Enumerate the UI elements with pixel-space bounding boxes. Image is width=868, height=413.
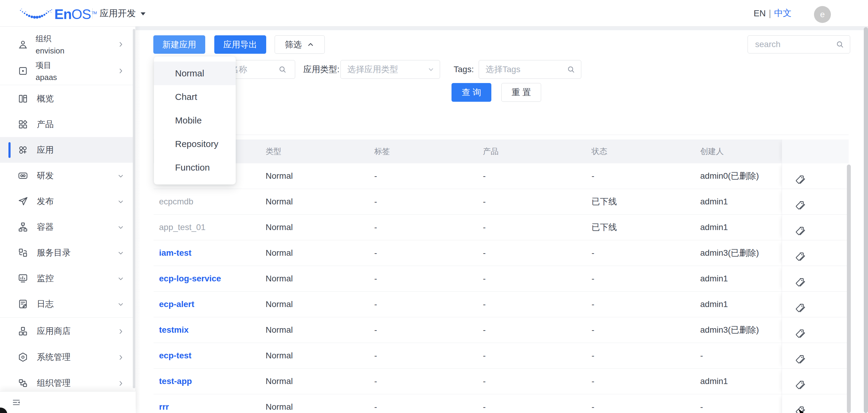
app-type-placeholder: 选择应用类型: [347, 64, 398, 75]
monitor-icon: [18, 273, 28, 284]
app-name-link[interactable]: rrr: [159, 402, 169, 412]
tags-icon[interactable]: [794, 273, 806, 285]
tags-icon[interactable]: [794, 170, 806, 182]
org-icon: [18, 39, 28, 50]
table-row: rrrNormal----: [154, 394, 849, 413]
app-name-cell: test-app: [154, 368, 266, 394]
app-name-link[interactable]: testmix: [159, 325, 189, 334]
tags-icon[interactable]: [794, 350, 806, 361]
sidebar-item-label: 研发: [37, 170, 54, 181]
actions-cell: [782, 368, 849, 394]
app-name-link[interactable]: ecp-alert: [159, 299, 194, 309]
creator-cell: admin0(已删除): [700, 163, 782, 189]
sidebar-item-overview[interactable]: 概览: [0, 86, 135, 111]
creator-cell: -: [700, 343, 782, 368]
sidebar-item-publish[interactable]: 发布: [0, 188, 135, 214]
overview-icon: [18, 93, 28, 104]
table-row: test-appNormal---admin1: [154, 368, 849, 394]
creator-cell: admin1: [700, 215, 782, 240]
sidebar-divider: [0, 85, 135, 85]
sidebar-item-product[interactable]: 产品: [0, 111, 135, 137]
type-cell: Normal: [266, 266, 374, 291]
type-menu-item-function[interactable]: Function: [154, 156, 236, 179]
app-name-cell: ecp-test: [154, 343, 266, 368]
product-cell: -: [483, 394, 592, 413]
sidebar-edge-shadow: [136, 27, 141, 413]
sidebar-item-app[interactable]: 应用: [0, 137, 135, 163]
actions-cell: [782, 292, 849, 317]
sidebar-nav: 组织envision项目apaas概览产品应用研发发布容器服务目录监控日志应用商…: [0, 31, 135, 396]
publish-icon: [18, 196, 28, 207]
table-row: app_test_01Normal--已下线admin1: [154, 215, 849, 240]
type-cell: Normal: [266, 343, 374, 368]
chevron-up-icon: [307, 41, 314, 49]
query-button[interactable]: 查 询: [452, 83, 491, 102]
tags-field: [479, 60, 581, 79]
type-menu-item-chart[interactable]: Chart: [154, 85, 236, 109]
status-cell: -: [592, 368, 700, 394]
sidebar-item-container[interactable]: 容器: [0, 214, 135, 240]
status-cell: -: [592, 240, 700, 266]
tags-icon[interactable]: [794, 324, 806, 336]
app-name-link[interactable]: iam-test: [159, 248, 191, 258]
app-type-select[interactable]: 选择应用类型: [340, 60, 440, 79]
sidebar-item-app-store[interactable]: 应用商店: [0, 318, 135, 344]
app-name-link[interactable]: test-app: [159, 377, 192, 386]
tags-icon[interactable]: [794, 299, 806, 310]
tags-icon[interactable]: [794, 222, 806, 233]
lang-zh[interactable]: 中文: [774, 7, 792, 19]
tags-icon[interactable]: [794, 247, 806, 259]
sidebar-item-service-catalog[interactable]: 服务目录: [0, 240, 135, 265]
sidebar-footer: [0, 391, 135, 413]
table-header-cell-actions: [782, 140, 849, 163]
type-menu-item-normal[interactable]: Normal: [154, 62, 236, 85]
app-name-link[interactable]: ecp-log-service: [159, 274, 221, 283]
table-scrollbar[interactable]: [847, 165, 851, 413]
sidebar-context-project-text: 项目apaas: [36, 60, 57, 82]
sidebar-item-log[interactable]: 日志: [0, 291, 135, 317]
tags-icon[interactable]: [794, 196, 806, 207]
sidebar-item-dev[interactable]: 研发: [0, 163, 135, 188]
table-row: Normal---admin0(已删除): [154, 163, 849, 189]
brand-wordmark: EnOSTM: [54, 6, 97, 22]
table-header-row: 类型标签产品状态创建人: [154, 140, 849, 163]
actions-cell: [782, 266, 849, 291]
sidebar-collapse-icon[interactable]: [11, 397, 21, 407]
product-cell: -: [483, 163, 592, 189]
avatar[interactable]: e: [814, 6, 831, 23]
tag-cell: -: [374, 215, 483, 240]
window-scrollbar[interactable]: [864, 27, 868, 413]
app-dev-menu[interactable]: 应用开发: [100, 0, 146, 27]
new-app-button[interactable]: 新建应用: [153, 35, 205, 54]
sidebar-context-org[interactable]: 组织envision: [0, 31, 135, 58]
export-app-button[interactable]: 应用导出: [214, 35, 266, 54]
search-icon: [278, 65, 287, 74]
lang-en[interactable]: EN: [754, 8, 766, 19]
filter-toggle-button[interactable]: 筛选: [275, 35, 325, 54]
app-name-text: ecpcmdb: [159, 197, 193, 206]
search-icon: [835, 40, 844, 49]
global-search-input[interactable]: [748, 36, 850, 53]
type-cell: Normal: [266, 240, 374, 266]
chevron-down-icon: [117, 224, 124, 231]
app-name-link[interactable]: ecp-test: [159, 351, 191, 360]
tags-input[interactable]: [479, 60, 581, 79]
sidebar-item-label: 日志: [37, 298, 54, 310]
type-menu-item-repository[interactable]: Repository: [154, 132, 236, 156]
sidebar-scrollbar[interactable]: [133, 29, 135, 388]
table-row: testmixNormal---admin3(已删除): [154, 317, 849, 343]
sidebar-item-system-mgmt[interactable]: 系统管理: [0, 344, 135, 370]
reset-button[interactable]: 重 置: [501, 83, 541, 102]
sidebar-item-monitor[interactable]: 监控: [0, 265, 135, 291]
type-cell: Normal: [266, 189, 374, 214]
actions-cell: [782, 240, 849, 266]
sidebar-context-project[interactable]: 项目apaas: [0, 58, 135, 84]
app-name-cell: ecpcmdb: [154, 189, 266, 214]
section-divider: [154, 135, 849, 135]
filter-toggle-label: 筛选: [285, 39, 302, 51]
creator-cell: admin1: [700, 266, 782, 291]
actions-cell: [782, 189, 849, 214]
table-row: ecpcmdbNormal--已下线admin1: [154, 189, 849, 215]
tags-icon[interactable]: [794, 376, 806, 387]
type-menu-item-mobile[interactable]: Mobile: [154, 109, 236, 132]
